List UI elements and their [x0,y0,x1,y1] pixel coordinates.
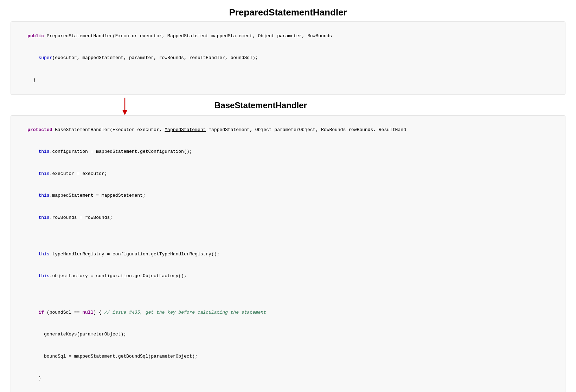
keyword-if: if [27,310,44,315]
arrow-down-1 [120,98,130,115]
keyword-public-1: public [27,33,44,39]
keyword-this-executor: this [27,171,49,176]
code-text-4: } [27,77,36,83]
title-basestatementhandler: BaseStatementHandler [215,100,307,110]
keyword-protected: protected [27,127,52,132]
code-block-2: protected BaseStatementHandler(Executor … [11,115,565,392]
keyword-this-typehandler: this [27,251,49,257]
keyword-this-configuration: this [27,149,49,154]
title-preparedstatementhandler: PreparedStatementHandler [11,7,565,18]
type-mappedstatement: MappedStatement [165,127,206,132]
code-text-3: (executor, mappedStatement, parameter, r… [52,55,258,60]
keyword-super: super [38,55,52,60]
keyword-null: null [82,310,93,315]
code-text-1: PreparedStatementHandler(Executor execut… [44,33,332,39]
keyword-this-mappedstatement: this [27,193,49,198]
arrow-section-1: BaseStatementHandler [11,98,565,115]
keyword-this-objectfactory: this [27,273,49,279]
code-block-1: public PreparedStatementHandler(Executor… [11,21,565,95]
keyword-this-rowbounds: this [27,215,49,220]
svg-marker-1 [122,110,127,115]
code-text-2 [27,55,38,60]
page-container: PreparedStatementHandler public Prepared… [0,0,576,392]
